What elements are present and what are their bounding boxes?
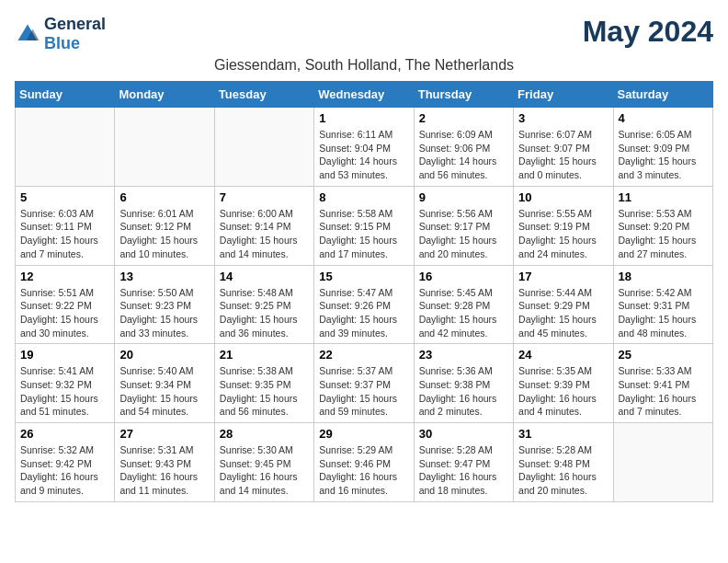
- calendar-week-1: 1Sunrise: 6:11 AMSunset: 9:04 PMDaylight…: [16, 108, 713, 187]
- day-number: 13: [119, 270, 209, 283]
- calendar-cell-w2-d3: 7Sunrise: 6:00 AMSunset: 9:14 PMDaylight…: [214, 186, 313, 265]
- day-number: 25: [619, 348, 708, 362]
- day-info: Sunrise: 5:42 AMSunset: 9:31 PMDaylight:…: [619, 286, 708, 340]
- calendar-cell-w1-d3: [214, 108, 313, 187]
- calendar-cell-w2-d1: 5Sunrise: 6:03 AMSunset: 9:11 PMDaylight…: [16, 186, 115, 265]
- calendar-cell-w4-d7: 25Sunrise: 5:33 AMSunset: 9:41 PMDayligh…: [613, 344, 712, 423]
- day-number: 18: [619, 270, 708, 283]
- day-number: 26: [20, 427, 109, 441]
- calendar-week-5: 26Sunrise: 5:32 AMSunset: 9:42 PMDayligh…: [16, 423, 713, 502]
- calendar-cell-w3-d2: 13Sunrise: 5:50 AMSunset: 9:23 PMDayligh…: [115, 265, 214, 344]
- day-number: 24: [518, 348, 608, 362]
- day-info: Sunrise: 5:33 AMSunset: 9:41 PMDaylight:…: [619, 364, 708, 419]
- calendar-cell-w4-d5: 23Sunrise: 5:36 AMSunset: 9:38 PMDayligh…: [414, 344, 513, 423]
- col-wednesday: Wednesday: [314, 82, 414, 108]
- day-number: 6: [119, 190, 209, 204]
- day-info: Sunrise: 6:00 AMSunset: 9:14 PMDaylight:…: [220, 207, 309, 261]
- logo: General Blue: [15, 15, 106, 53]
- day-number: 19: [20, 348, 109, 362]
- day-info: Sunrise: 5:55 AMSunset: 9:19 PMDaylight:…: [518, 207, 608, 261]
- day-info: Sunrise: 5:56 AMSunset: 9:17 PMDaylight:…: [419, 207, 508, 261]
- title-section: May 2024: [583, 15, 713, 49]
- day-number: 15: [319, 270, 408, 283]
- day-number: 20: [119, 348, 209, 362]
- calendar-table: Sunday Monday Tuesday Wednesday Thursday…: [15, 81, 713, 502]
- day-info: Sunrise: 5:45 AMSunset: 9:28 PMDaylight:…: [419, 286, 508, 340]
- day-number: 3: [518, 111, 608, 125]
- calendar-cell-w3-d4: 15Sunrise: 5:47 AMSunset: 9:26 PMDayligh…: [314, 265, 414, 344]
- day-number: 22: [319, 348, 408, 362]
- calendar-cell-w1-d6: 3Sunrise: 6:07 AMSunset: 9:07 PMDaylight…: [514, 108, 613, 187]
- calendar-cell-w1-d4: 1Sunrise: 6:11 AMSunset: 9:04 PMDaylight…: [314, 108, 414, 187]
- day-number: 1: [319, 111, 408, 125]
- logo-text: General Blue: [44, 15, 106, 53]
- page-header: General Blue May 2024: [15, 15, 713, 53]
- day-info: Sunrise: 5:51 AMSunset: 9:22 PMDaylight:…: [20, 286, 109, 340]
- calendar-cell-w1-d7: 4Sunrise: 6:05 AMSunset: 9:09 PMDaylight…: [613, 108, 712, 187]
- day-info: Sunrise: 5:41 AMSunset: 9:32 PMDaylight:…: [20, 364, 109, 419]
- calendar-cell-w5-d2: 27Sunrise: 5:31 AMSunset: 9:43 PMDayligh…: [115, 423, 214, 502]
- calendar-cell-w4-d4: 22Sunrise: 5:37 AMSunset: 9:37 PMDayligh…: [314, 344, 414, 423]
- day-info: Sunrise: 6:05 AMSunset: 9:09 PMDaylight:…: [619, 128, 708, 182]
- day-info: Sunrise: 5:30 AMSunset: 9:45 PMDaylight:…: [220, 443, 309, 498]
- day-number: 17: [518, 270, 608, 283]
- col-friday: Friday: [514, 82, 613, 108]
- calendar-week-3: 12Sunrise: 5:51 AMSunset: 9:22 PMDayligh…: [16, 265, 713, 344]
- day-number: 7: [220, 190, 309, 204]
- day-number: 9: [419, 190, 508, 204]
- col-saturday: Saturday: [613, 82, 712, 108]
- day-info: Sunrise: 6:11 AMSunset: 9:04 PMDaylight:…: [319, 128, 408, 182]
- day-number: 10: [518, 190, 608, 204]
- calendar-cell-w3-d6: 17Sunrise: 5:44 AMSunset: 9:29 PMDayligh…: [514, 265, 613, 344]
- day-info: Sunrise: 6:01 AMSunset: 9:12 PMDaylight:…: [119, 207, 209, 261]
- calendar-cell-w5-d4: 29Sunrise: 5:29 AMSunset: 9:46 PMDayligh…: [314, 423, 414, 502]
- day-info: Sunrise: 5:38 AMSunset: 9:35 PMDaylight:…: [220, 364, 309, 419]
- calendar-cell-w4-d1: 19Sunrise: 5:41 AMSunset: 9:32 PMDayligh…: [16, 344, 115, 423]
- day-info: Sunrise: 5:28 AMSunset: 9:48 PMDaylight:…: [518, 443, 608, 498]
- day-number: 27: [119, 427, 209, 441]
- day-info: Sunrise: 6:09 AMSunset: 9:06 PMDaylight:…: [419, 128, 508, 182]
- day-info: Sunrise: 5:50 AMSunset: 9:23 PMDaylight:…: [119, 286, 209, 340]
- calendar-cell-w2-d2: 6Sunrise: 6:01 AMSunset: 9:12 PMDaylight…: [115, 186, 214, 265]
- location-title: Giessendam, South Holland, The Netherlan…: [15, 57, 713, 74]
- logo-blue: Blue: [44, 34, 80, 52]
- day-number: 8: [319, 190, 408, 204]
- day-number: 23: [419, 348, 508, 362]
- day-info: Sunrise: 5:29 AMSunset: 9:46 PMDaylight:…: [319, 443, 408, 498]
- calendar-cell-w2-d7: 11Sunrise: 5:53 AMSunset: 9:20 PMDayligh…: [613, 186, 712, 265]
- calendar-cell-w5-d6: 31Sunrise: 5:28 AMSunset: 9:48 PMDayligh…: [514, 423, 613, 502]
- calendar-cell-w4-d2: 20Sunrise: 5:40 AMSunset: 9:34 PMDayligh…: [115, 344, 214, 423]
- day-number: 31: [518, 427, 608, 441]
- day-number: 30: [419, 427, 508, 441]
- day-info: Sunrise: 5:35 AMSunset: 9:39 PMDaylight:…: [518, 364, 608, 419]
- day-info: Sunrise: 6:07 AMSunset: 9:07 PMDaylight:…: [518, 128, 608, 182]
- day-info: Sunrise: 5:28 AMSunset: 9:47 PMDaylight:…: [419, 443, 508, 498]
- day-number: 14: [220, 270, 309, 283]
- calendar-cell-w1-d5: 2Sunrise: 6:09 AMSunset: 9:06 PMDaylight…: [414, 108, 513, 187]
- col-sunday: Sunday: [16, 82, 115, 108]
- logo-general: General: [44, 15, 106, 33]
- calendar-cell-w3-d5: 16Sunrise: 5:45 AMSunset: 9:28 PMDayligh…: [414, 265, 513, 344]
- calendar-cell-w5-d7: [613, 423, 712, 502]
- logo-icon: [15, 21, 40, 47]
- calendar-cell-w3-d1: 12Sunrise: 5:51 AMSunset: 9:22 PMDayligh…: [16, 265, 115, 344]
- calendar-cell-w5-d3: 28Sunrise: 5:30 AMSunset: 9:45 PMDayligh…: [214, 423, 313, 502]
- day-info: Sunrise: 5:48 AMSunset: 9:25 PMDaylight:…: [220, 286, 309, 340]
- calendar-cell-w1-d1: [16, 108, 115, 187]
- day-number: 29: [319, 427, 408, 441]
- calendar-cell-w4-d3: 21Sunrise: 5:38 AMSunset: 9:35 PMDayligh…: [214, 344, 313, 423]
- day-number: 21: [220, 348, 309, 362]
- day-info: Sunrise: 5:47 AMSunset: 9:26 PMDaylight:…: [319, 286, 408, 340]
- month-title: May 2024: [583, 15, 713, 49]
- calendar-cell-w2-d6: 10Sunrise: 5:55 AMSunset: 9:19 PMDayligh…: [514, 186, 613, 265]
- col-tuesday: Tuesday: [214, 82, 313, 108]
- calendar-cell-w4-d6: 24Sunrise: 5:35 AMSunset: 9:39 PMDayligh…: [514, 344, 613, 423]
- col-monday: Monday: [115, 82, 214, 108]
- day-number: 11: [619, 190, 708, 204]
- day-info: Sunrise: 5:31 AMSunset: 9:43 PMDaylight:…: [119, 443, 209, 498]
- day-info: Sunrise: 5:44 AMSunset: 9:29 PMDaylight:…: [518, 286, 608, 340]
- day-number: 28: [220, 427, 309, 441]
- day-info: Sunrise: 5:40 AMSunset: 9:34 PMDaylight:…: [119, 364, 209, 419]
- col-thursday: Thursday: [414, 82, 513, 108]
- calendar-cell-w5-d1: 26Sunrise: 5:32 AMSunset: 9:42 PMDayligh…: [16, 423, 115, 502]
